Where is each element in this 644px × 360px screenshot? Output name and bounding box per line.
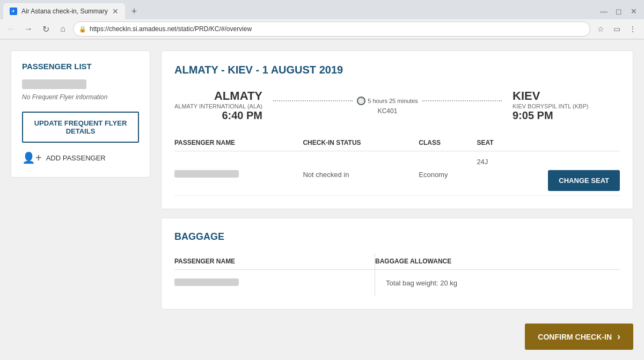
- baggage-name-placeholder: [174, 278, 239, 286]
- add-passenger-icon: 👤+: [22, 151, 42, 164]
- close-btn[interactable]: ✕: [627, 4, 641, 18]
- url-text: https://checkin.si.amadeus.net/static/PR…: [90, 25, 584, 33]
- clock-icon: 🕐: [357, 97, 365, 105]
- forward-btn[interactable]: →: [21, 22, 35, 36]
- dotted-line-left: [273, 100, 353, 101]
- passenger-list-title: PASSENGER LIST: [22, 62, 139, 71]
- col-seat: SEAT: [477, 135, 620, 151]
- browser-tabs: ✈ Air Astana check-in, Summary ✕ + — ◻ ✕: [0, 0, 644, 19]
- page-content: PASSENGER LIST No Frequent Flyer informa…: [0, 40, 644, 360]
- browser-chrome: ✈ Air Astana check-in, Summary ✕ + — ◻ ✕…: [0, 0, 644, 40]
- lock-icon: 🔒: [79, 26, 86, 33]
- update-frequent-flyer-btn[interactable]: UPDATE FREQUENT FLYER DETAILS: [22, 112, 139, 143]
- arrival-info: KIEV KIEV BORYSPIL INTL (KBP) 9:05 PM: [513, 89, 620, 122]
- departure-city: ALMATY: [174, 89, 262, 103]
- dotted-line-right: [422, 100, 502, 101]
- passenger-name-placeholder: [174, 170, 239, 178]
- baggage-passenger-name: [174, 270, 375, 297]
- address-bar[interactable]: 🔒 https://checkin.si.amadeus.net/static/…: [73, 21, 590, 36]
- confirm-arrow-icon: ›: [617, 331, 620, 342]
- menu-btn[interactable]: ⋮: [626, 22, 640, 36]
- departure-time: 6:40 PM: [174, 109, 262, 122]
- class-cell: Economy: [419, 151, 477, 196]
- back-btn[interactable]: ←: [4, 22, 18, 36]
- table-row: Not checked in Economy 24J CHANGE SEAT: [174, 151, 620, 196]
- maximize-btn[interactable]: ◻: [612, 4, 626, 18]
- passenger-name-cell: [174, 151, 303, 196]
- sidebar: PASSENGER LIST No Frequent Flyer informa…: [11, 50, 150, 355]
- bookmark-btn[interactable]: ☆: [594, 22, 608, 36]
- confirm-btn-label: CONFIRM CHECK-IN: [538, 333, 612, 341]
- col-passenger-name: PASSENGER NAME: [174, 135, 303, 151]
- checkin-status-cell: Not checked in: [303, 151, 419, 196]
- confirm-checkin-btn[interactable]: CONFIRM CHECK-IN ›: [525, 324, 633, 350]
- tab-title: Air Astana check-in, Summary: [21, 8, 108, 15]
- passenger-name-placeholder: [22, 79, 86, 89]
- flight-number: KC401: [378, 107, 398, 115]
- flight-info-row: ALMATY ALMATY INTERNATIONAL (ALA) 6:40 P…: [174, 89, 620, 122]
- window-controls: — ◻ ✕: [597, 4, 641, 18]
- baggage-col-allowance: BAGGAGE ALLOWANCE: [375, 253, 620, 270]
- new-tab-btn[interactable]: +: [127, 6, 142, 17]
- add-passenger-label: ADD PASSENGER: [46, 154, 106, 162]
- profile-btn[interactable]: ▭: [610, 22, 624, 36]
- col-checkin-status: CHECK-IN STATUS: [303, 135, 419, 151]
- baggage-table: PASSENGER NAME BAGGAGE ALLOWANCE Total b…: [174, 253, 620, 296]
- flight-card: ALMATY - KIEV - 1 AUGUST 2019 ALMATY ALM…: [161, 50, 633, 209]
- arrival-city: KIEV: [513, 89, 620, 103]
- tab-favicon: ✈: [10, 8, 17, 15]
- arrival-airport: KIEV BORYSPIL INTL (KBP): [513, 103, 620, 109]
- departure-airport: ALMATY INTERNATIONAL (ALA): [174, 103, 262, 109]
- change-seat-btn[interactable]: CHANGE SEAT: [548, 170, 620, 191]
- arrival-time: 9:05 PM: [513, 109, 620, 122]
- tab-close-btn[interactable]: ✕: [112, 7, 119, 16]
- reload-btn[interactable]: ↻: [39, 22, 53, 36]
- home-btn[interactable]: ⌂: [56, 22, 70, 36]
- baggage-row: Total bag weight: 20 kg: [174, 270, 620, 297]
- flight-route-title: ALMATY - KIEV - 1 AUGUST 2019: [174, 64, 620, 76]
- main-content: ALMATY - KIEV - 1 AUGUST 2019 ALMATY ALM…: [161, 50, 633, 355]
- browser-controls: ← → ↻ ⌂ 🔒 https://checkin.si.amadeus.net…: [0, 19, 644, 39]
- add-passenger-btn[interactable]: 👤+ ADD PASSENGER: [22, 149, 106, 166]
- col-class: CLASS: [419, 135, 477, 151]
- passenger-table: PASSENGER NAME CHECK-IN STATUS CLASS SEA…: [174, 135, 620, 196]
- flight-duration: 5 hours 25 minutes: [368, 98, 418, 104]
- minimize-btn[interactable]: —: [597, 4, 611, 18]
- dotted-line-row: 🕐 5 hours 25 minutes: [273, 97, 502, 105]
- seat-cell: 24J CHANGE SEAT: [477, 151, 620, 196]
- baggage-col-name: PASSENGER NAME: [174, 253, 375, 270]
- active-tab[interactable]: ✈ Air Astana check-in, Summary ✕: [3, 3, 125, 19]
- departure-info: ALMATY ALMATY INTERNATIONAL (ALA) 6:40 P…: [174, 89, 262, 122]
- confirm-row: CONFIRM CHECK-IN ›: [161, 318, 633, 355]
- baggage-title: BAGGAGE: [174, 231, 620, 243]
- duration-info: 🕐 5 hours 25 minutes: [357, 97, 418, 105]
- flight-middle: 🕐 5 hours 25 minutes KC401: [262, 97, 513, 115]
- no-frequent-flyer-text: No Frequent Flyer information: [22, 93, 139, 101]
- passenger-list-card: PASSENGER LIST No Frequent Flyer informa…: [11, 50, 150, 178]
- browser-actions: ☆ ▭ ⋮: [594, 22, 640, 36]
- baggage-card: BAGGAGE PASSENGER NAME BAGGAGE ALLOWANCE…: [161, 218, 633, 310]
- baggage-allowance-cell: Total bag weight: 20 kg: [375, 270, 620, 297]
